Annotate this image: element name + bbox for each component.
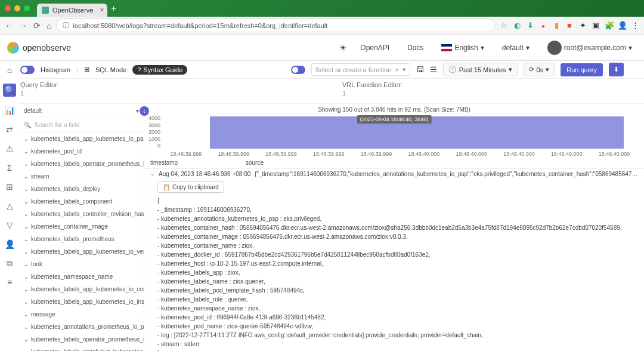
browser-tab[interactable]: OpenObserve × (37, 4, 107, 17)
filter-icon[interactable]: ▽ (4, 220, 15, 230)
openapi-link[interactable]: OpenAPI (355, 41, 394, 54)
traces-icon[interactable]: ⇄ (4, 124, 15, 135)
field-item[interactable]: ⌄ kubernetes_namespace_name (19, 270, 144, 283)
tab-close-icon[interactable]: × (100, 6, 104, 14)
functions-icon[interactable]: Σ (4, 162, 15, 173)
slack-icon[interactable]: ⧉ (4, 258, 15, 269)
ext-icon[interactable]: ◐ (513, 21, 521, 30)
query-editor[interactable]: Query Editor: 1 (0, 79, 322, 103)
histogram-toggle[interactable] (20, 66, 35, 74)
clear-icon[interactable]: × (395, 66, 398, 73)
stream-selector[interactable]: default ▾ (19, 104, 144, 118)
new-tab-button[interactable]: + (111, 4, 116, 13)
run-query-button[interactable]: Run query (561, 63, 603, 76)
field-item[interactable]: ⌄ kubernetes_labels_app_kubernetes_io_pa… (19, 133, 144, 145)
ext-icon[interactable]: ■ (565, 21, 574, 30)
results-summary: Showing 150 out of 3,846 hits in 92 ms. … (144, 104, 644, 115)
query-toolbar: Histogram | ⊞ SQL Mode ? Syntax Guide Se… (0, 61, 644, 79)
logo[interactable]: openobserve (7, 42, 71, 54)
ext-icon[interactable]: 🧩 (605, 21, 613, 30)
log-row-expanded[interactable]: ⌄Aug 04, 2023 18:46:46.936 +08:00{"_time… (144, 169, 644, 179)
field-item[interactable]: ⌄ kubernetes_labels_component (19, 195, 144, 208)
download-button[interactable]: ⬇ (609, 63, 624, 76)
field-search-input[interactable]: 🔍 Search for a field (19, 118, 144, 133)
triangle-icon[interactable]: △ (4, 201, 15, 211)
site-info-icon[interactable]: ⓘ (63, 21, 69, 30)
field-item[interactable]: ⌄ kubernetes_labels_app_kubernetes_io_ve… (19, 245, 144, 258)
chevron-down-icon: ⌄ (24, 337, 29, 343)
user-menu[interactable]: root@example.com ▾ (543, 38, 637, 57)
copy-clipboard-button[interactable]: 📋 Copy to clipboard (157, 181, 224, 193)
function-selector[interactable]: Select or create a function × ▾ (311, 63, 410, 76)
ext-icon[interactable]: ⬇ (526, 21, 534, 30)
forward-button[interactable]: → (19, 21, 27, 30)
field-item[interactable]: ⌄ kubernetes_annotations_prometheus_io_p… (19, 321, 144, 333)
field-item[interactable]: ⌄ kubernetes_labels_app_kubernetes_io_in… (19, 295, 144, 308)
time-range-selector[interactable]: 🕐 Past 15 Minutes ▾ (443, 63, 518, 76)
chevron-down-icon: ▾ (546, 66, 549, 73)
maximize-window-icon[interactable] (24, 5, 30, 11)
field-item[interactable]: ⌄ kubernetes_labels_statefulset_kubernet… (19, 346, 144, 351)
help-icon: ? (137, 66, 141, 73)
histogram-label: Histogram (41, 66, 70, 73)
field-item[interactable]: ⌄ kubernetes_labels_operator_prometheus_… (19, 158, 144, 170)
ext-icon[interactable]: ☆ (500, 21, 508, 30)
chevron-down-icon: ⌄ (24, 136, 29, 142)
col-source[interactable]: source (246, 159, 264, 166)
vrl-editor[interactable]: VRL Function Editor: 1 (322, 79, 644, 103)
browser-tab-bar: OpenObserve × + (0, 0, 644, 17)
window-controls (5, 5, 30, 11)
org-selector[interactable]: default ▾ (497, 41, 534, 54)
sql-mode-label[interactable]: SQL Mode (95, 66, 126, 73)
field-item[interactable]: ⌄ kubernetes_labels_prometheus (19, 233, 144, 245)
collapse-fields-button[interactable]: ‹ (140, 106, 149, 116)
json-line: - kubernetes_container_name : ziox, (157, 241, 638, 250)
metrics-icon[interactable]: 📊 (4, 105, 15, 116)
home-button[interactable]: ⌂ (47, 21, 51, 30)
profile-icon[interactable]: 👤 (618, 21, 626, 30)
reload-button[interactable]: ⟳ (33, 21, 41, 30)
theme-toggle-icon[interactable]: ☀ (339, 43, 347, 53)
chevron-down-icon: ⌄ (24, 224, 29, 230)
minimize-window-icon[interactable] (14, 5, 20, 11)
chevron-down-icon: ▾ (402, 66, 406, 73)
refresh-interval[interactable]: ⟳ 0s ▾ (524, 63, 555, 76)
field-item[interactable]: ⌄ stream (19, 170, 144, 183)
field-item[interactable]: ⌄ kubernetes_pod_id (19, 145, 144, 158)
docs-link[interactable]: Docs (402, 41, 428, 54)
field-item[interactable]: ⌄ message (19, 308, 144, 321)
field-item[interactable]: ⌄ kubernetes_labels_deploy (19, 183, 144, 195)
ext-icon[interactable]: ▣ (592, 21, 600, 30)
chevron-down-icon: ⌄ (24, 324, 29, 330)
search-icon[interactable]: 🔍 (3, 84, 16, 97)
settings-icon[interactable]: ☰ (430, 65, 437, 74)
list-icon[interactable]: ≡ (4, 277, 15, 288)
function-toggle[interactable] (291, 66, 305, 74)
field-item[interactable]: ⌄ kubernetes_labels_app_kubernetes_io_co… (19, 283, 144, 295)
field-item[interactable]: ⌄ kubernetes_container_image (19, 220, 144, 233)
chevron-down-icon: ▾ (509, 66, 512, 73)
field-item[interactable]: ⌄ took (19, 258, 144, 270)
syntax-guide-button[interactable]: ? Syntax Guide (132, 65, 187, 75)
menu-icon[interactable]: ⋮ (631, 21, 639, 30)
x-tick: 18:46:40.000 (456, 151, 487, 157)
logo-icon (7, 42, 19, 54)
collapse-icon[interactable]: ⌄ (150, 171, 155, 177)
home-icon[interactable]: ⌂ (4, 64, 15, 75)
back-button[interactable]: ← (5, 21, 13, 30)
language-selector[interactable]: English ▾ (436, 41, 488, 54)
users-icon[interactable]: 👤 (4, 239, 15, 250)
save-icon[interactable]: 🖫 (416, 65, 424, 74)
col-timestamp[interactable]: timestamp (150, 159, 246, 166)
ext-icon[interactable]: ✦ (578, 21, 587, 30)
ext-icon[interactable]: ▮ (552, 21, 561, 30)
close-window-icon[interactable] (5, 5, 11, 11)
address-bar[interactable]: ⓘ localhost:5080/web/logs?stream=default… (56, 19, 495, 32)
dashboards-icon[interactable]: ⊞ (4, 181, 15, 192)
ext-icon[interactable]: ⬥ (539, 21, 547, 30)
url-text: localhost:5080/web/logs?stream=default&p… (73, 22, 327, 29)
field-item[interactable]: ⌄ kubernetes_labels_operator_prometheus_… (19, 333, 144, 346)
field-item[interactable]: ⌄ kubernetes_labels_controller_revision_… (19, 208, 144, 220)
histogram-chart[interactable]: (2023-08-04 18:46:40, 3846) 400030002000… (144, 115, 644, 157)
alerts-icon[interactable]: ⚠ (4, 143, 15, 154)
